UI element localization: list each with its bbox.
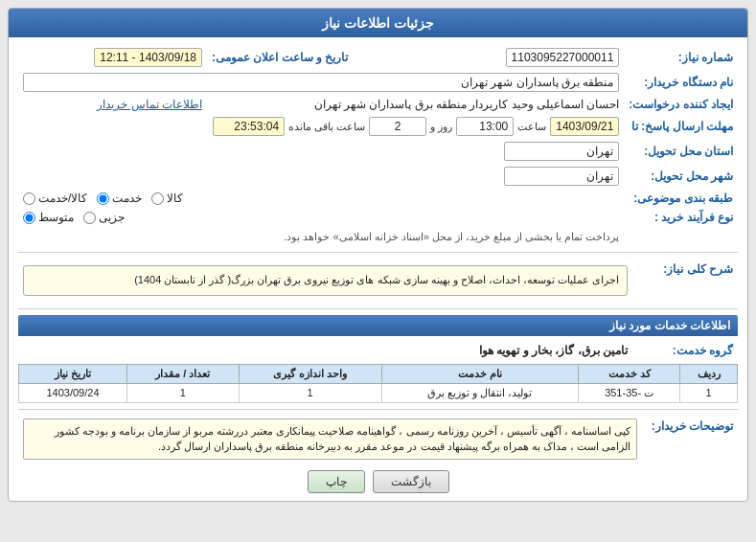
mohlat-remaining: 23:53:04: [213, 117, 285, 136]
radio-kala-label: کالا: [167, 192, 183, 205]
table-cell: 1: [239, 383, 381, 402]
radio-motevaset-input[interactable]: [23, 212, 35, 224]
label-farayand: نوع فرآیند خرید :: [624, 208, 738, 227]
col-radif: ردیف: [680, 364, 738, 383]
services-header-row: ردیف کد خدمت نام خدمت واحد اندازه گیری ت…: [19, 364, 738, 383]
value-ostan: تهران: [504, 142, 619, 161]
card-header: جزئیات اطلاعات نیاز: [9, 9, 747, 37]
sharh-text: اجرای عملیات توسعه، احداث، اصلاح و بهینه…: [23, 265, 628, 296]
info-table: شماره نیاز: 1103095227000011 تاریخ و ساع…: [18, 45, 738, 246]
group-table: گروه خدمت: تامین برق، گاز، بخار و تهویه …: [18, 341, 738, 360]
table-row: 1ت -35-351تولید، انتقال و توزیع برق11140…: [19, 383, 738, 402]
row-group: گروه خدمت: تامین برق، گاز، بخار و تهویه …: [18, 341, 738, 360]
divider1: [18, 252, 738, 253]
row-farayand: نوع فرآیند خرید : متوسط جزیی: [18, 208, 738, 227]
payment-note: پرداخت تمام یا بخشی از مبلغ خرید، از محل…: [284, 231, 619, 242]
row-namDastgah: نام دستگاه خریدار: منطقه برق پاسداران شه…: [18, 70, 738, 95]
row-payment: پرداخت تمام یا بخشی از مبلغ خرید، از محل…: [18, 227, 738, 246]
radio-kala: کالا: [151, 192, 183, 205]
table-cell: 1403/09/24: [19, 383, 127, 402]
label-tabaqe: طبقه بندی موضوعی:: [624, 189, 738, 208]
print-button[interactable]: چاپ: [308, 470, 365, 493]
radio-jozii: جزیی: [83, 211, 125, 224]
mohlat-day-label: روز و: [430, 121, 452, 133]
mohlat-remaining-label: ساعت باقی مانده: [288, 121, 365, 133]
services-section-header: اطلاعات خدمات مورد نیاز: [18, 315, 738, 336]
label-mohlat: مهلت ارسال پاسخ: تا: [624, 114, 738, 139]
services-thead: ردیف کد خدمت نام خدمت واحد اندازه گیری ت…: [19, 364, 738, 383]
radio-kala-khadamat-input[interactable]: [23, 192, 35, 205]
radio-motevaset: متوسط: [23, 211, 74, 224]
header-title: جزئیات اطلاعات نیاز: [322, 15, 434, 31]
mohlat-time: 13:00: [456, 117, 514, 136]
table-cell: تولید، انتقال و توزیع برق: [381, 383, 579, 402]
sharh-table: شرح کلی نیاز: اجرای عملیات توسعه، احداث،…: [18, 259, 738, 303]
label-namDastgah: نام دستگاه خریدار:: [624, 70, 738, 95]
row-tozih: توضیحات خریدار: کپی اساسنامه ، آگهی تأسی…: [18, 416, 738, 463]
label-ijadKonande: ایجاد کننده درخواست:: [624, 95, 738, 114]
radio-khadamat-label: خدمت: [112, 192, 142, 205]
tozih-text: کپی اساسنامه ، آگهی تأسیس ، آخرین روزنام…: [23, 418, 637, 460]
radio-jozii-label: جزیی: [99, 211, 125, 224]
farayand-radio-group: متوسط جزیی: [23, 211, 619, 224]
tabaqe-radio-group: کالا/خدمت خدمت کالا: [23, 192, 619, 205]
page-container: جزئیات اطلاعات نیاز شماره نیاز: 11030952…: [0, 0, 756, 542]
value-tarikh: 1403/09/18 - 12:11: [94, 48, 202, 67]
etela-link[interactable]: اطلاعات تماس خریدار: [97, 98, 202, 111]
mohlat-row: 1403/09/21 ساعت 13:00 روز و 2 ساعت باقی …: [23, 117, 619, 136]
radio-jozii-input[interactable]: [83, 212, 96, 224]
services-tbody: 1ت -35-351تولید، انتقال و توزیع برق11140…: [19, 383, 738, 402]
radio-khadamat: خدمت: [97, 192, 142, 205]
radio-kala-khadamat-label: کالا/خدمت: [38, 192, 87, 205]
label-shomareNiaz: شماره نیاز:: [624, 45, 738, 70]
label-sharh: شرح کلی نیاز:: [632, 259, 738, 303]
table-cell: 1: [680, 383, 738, 402]
divider2: [18, 308, 738, 309]
services-table: ردیف کد خدمت نام خدمت واحد اندازه گیری ت…: [18, 364, 738, 403]
radio-motevaset-label: متوسط: [38, 211, 74, 224]
radio-khadamat-input[interactable]: [97, 192, 109, 205]
col-tarikh: تاریخ نیاز: [19, 364, 127, 383]
value-shahr: تهران: [504, 167, 619, 186]
main-card: جزئیات اطلاعات نیاز شماره نیاز: 11030952…: [8, 8, 748, 502]
row-mohlat: مهلت ارسال پاسخ: تا 1403/09/21 ساعت 13:0…: [18, 114, 738, 139]
mohlat-day: 2: [369, 117, 426, 136]
row-shahr: شهر محل تحویل: تهران: [18, 164, 738, 189]
label-tarikh: تاریخ و ساعت اعلان عمومی:: [207, 45, 353, 70]
col-tedad: تعداد / مقدار: [127, 364, 240, 383]
row-ijadKonande: ایجاد کننده درخواست: احسان اسماعیلی وحید…: [18, 95, 738, 114]
card-body: شماره نیاز: 1103095227000011 تاریخ و ساع…: [9, 37, 747, 501]
table-cell: 1: [127, 383, 240, 402]
col-nam: نام خدمت: [381, 364, 579, 383]
mohlat-time-label: ساعت: [517, 121, 546, 133]
table-cell: ت -35-351: [579, 383, 680, 402]
row-tabaqe: طبقه بندی موضوعی: کالا/خدمت خدمت: [18, 189, 738, 208]
value-group: تامین برق، گاز، بخار و تهویه هوا: [479, 344, 628, 357]
row-ostan: استان محل تحویل: تهران: [18, 139, 738, 164]
back-button[interactable]: بازگشت: [373, 470, 449, 493]
divider3: [18, 409, 738, 410]
label-ostan: استان محل تحویل:: [624, 139, 738, 164]
tozih-table: توضیحات خریدار: کپی اساسنامه ، آگهی تأسی…: [18, 416, 738, 463]
col-kod: کد خدمت: [579, 364, 680, 383]
btn-row: بازگشت چاپ: [18, 470, 738, 493]
label-shahr: شهر محل تحویل:: [624, 164, 738, 189]
col-vahed: واحد اندازه گیری: [239, 364, 381, 383]
row-shomareNiaz: شماره نیاز: 1103095227000011 تاریخ و ساع…: [18, 45, 738, 70]
value-shomareNiaz: 1103095227000011: [506, 48, 620, 67]
value-ijadKonande: احسان اسماعیلی وحید کاربردار منطقه برق پ…: [314, 98, 620, 111]
row-sharh: شرح کلی نیاز: اجرای عملیات توسعه، احداث،…: [18, 259, 738, 303]
label-group: گروه خدمت:: [632, 341, 738, 360]
radio-kala-input[interactable]: [151, 192, 164, 205]
value-namDastgah: منطقه برق پاسداران شهر تهران: [23, 73, 619, 92]
mohlat-date: 1403/09/21: [550, 117, 619, 136]
radio-kala-khadamat: کالا/خدمت: [23, 192, 87, 205]
label-tozih: توضیحات خریدار:: [642, 416, 738, 463]
